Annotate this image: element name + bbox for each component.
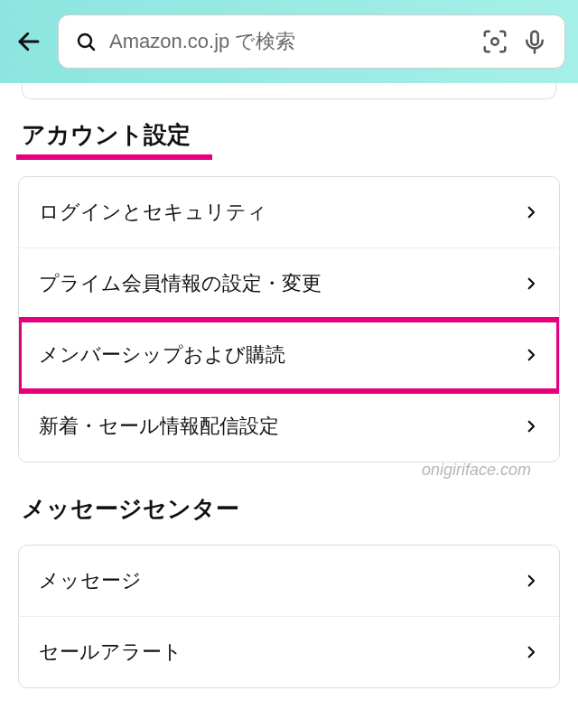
- section-title-wrap-account: アカウント設定: [18, 107, 194, 160]
- svg-line-2: [89, 45, 94, 50]
- list-card-account: ログインとセキュリティ プライム会員情報の設定・変更 メンバーシップおよび購読 …: [18, 176, 560, 462]
- chevron-right-icon: [523, 347, 539, 363]
- header: [0, 0, 578, 83]
- chevron-right-icon: [523, 644, 539, 660]
- list-item-label: ログインとセキュリティ: [39, 199, 267, 226]
- list-item-messages[interactable]: メッセージ: [19, 546, 559, 617]
- list-card-messages: メッセージ セールアラート: [18, 545, 560, 688]
- list-item-membership-subscriptions[interactable]: メンバーシップおよび購読: [19, 320, 559, 391]
- search-bar[interactable]: [58, 14, 565, 69]
- back-arrow-icon: [15, 28, 42, 55]
- svg-point-3: [491, 38, 499, 45]
- content: アカウント設定 ログインとセキュリティ プライム会員情報の設定・変更 メンバーシ…: [0, 107, 578, 706]
- list-item-label: セールアラート: [39, 639, 182, 666]
- list-item-login-security[interactable]: ログインとセキュリティ: [19, 177, 559, 248]
- section-title-underline: [16, 154, 212, 160]
- chevron-right-icon: [523, 573, 539, 589]
- svg-rect-4: [531, 32, 538, 45]
- section-title-account: アカウント設定: [22, 119, 191, 151]
- list-item-prime-settings[interactable]: プライム会員情報の設定・変更: [19, 248, 559, 320]
- section-title-wrap-messages: メッセージセンター: [18, 462, 560, 528]
- search-icon: [75, 31, 97, 52]
- mic-icon[interactable]: [521, 28, 548, 55]
- list-item-label: 新着・セール情報配信設定: [39, 413, 279, 440]
- section-title-messages: メッセージセンター: [22, 493, 556, 525]
- back-button[interactable]: [13, 25, 45, 58]
- list-item-sale-alerts[interactable]: セールアラート: [19, 617, 559, 687]
- previous-card-bottom: [22, 83, 556, 99]
- chevron-right-icon: [523, 275, 539, 292]
- list-item-label: メッセージ: [39, 567, 142, 594]
- list-item-label: プライム会員情報の設定・変更: [39, 270, 322, 297]
- list-item-sale-notifications[interactable]: 新着・セール情報配信設定: [19, 391, 559, 462]
- camera-scan-icon[interactable]: [481, 28, 508, 55]
- list-item-label: メンバーシップおよび購読: [39, 341, 285, 369]
- chevron-right-icon: [523, 418, 539, 434]
- search-input[interactable]: [109, 30, 469, 53]
- chevron-right-icon: [523, 204, 539, 220]
